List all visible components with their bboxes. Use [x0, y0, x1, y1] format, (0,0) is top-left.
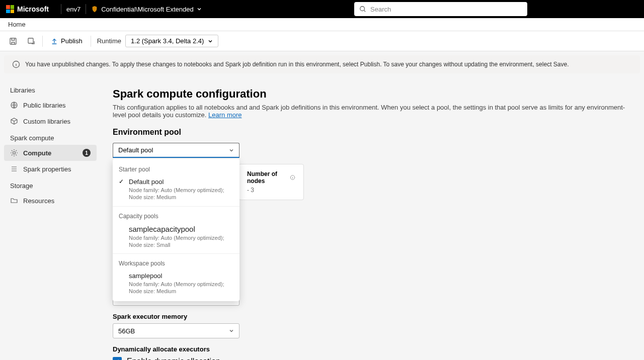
environment-name[interactable]: env7: [66, 6, 80, 13]
dynamic-alloc-checkbox-label: Enable dynamic allocation: [127, 357, 220, 360]
chevron-down-icon: [229, 148, 234, 153]
dropdown-option-default-pool[interactable]: Default pool Node family: Auto (Memory o…: [113, 175, 239, 204]
shield-icon: [91, 6, 98, 13]
dropdown-group-capacity: Capacity pools: [113, 209, 239, 222]
nodes-value: - 3: [247, 187, 295, 194]
save-as-icon: [27, 37, 35, 45]
info-icon: [12, 60, 20, 68]
svg-rect-2: [28, 38, 33, 43]
dropdown-separator: [113, 253, 239, 254]
save-button[interactable]: [6, 34, 20, 48]
page-title: Spark compute configuration: [113, 87, 632, 101]
globe-icon: [10, 101, 18, 109]
sidebar-item-custom-libraries[interactable]: Custom libraries: [4, 113, 97, 129]
option-name: samplepool: [129, 272, 233, 280]
option-desc: Node family: Auto (Memory optimized); No…: [129, 281, 233, 295]
option-name: Default pool: [129, 178, 233, 186]
folder-icon: [10, 197, 18, 205]
search-box[interactable]: [354, 2, 527, 16]
dynamic-alloc-label: Dynamically allocate executors: [113, 345, 632, 353]
publish-button[interactable]: Publish: [47, 35, 87, 47]
banner-text: You have unpublished changes. To apply t…: [25, 61, 569, 68]
package-icon: [10, 117, 18, 125]
environment-pool-heading: Environment pool: [113, 128, 632, 137]
publish-icon: [51, 38, 58, 45]
executor-memory-select[interactable]: 56GB: [113, 323, 239, 338]
sidebar-item-label: Spark properties: [23, 165, 71, 173]
publish-label: Publish: [61, 37, 83, 45]
nodes-title: Number of nodes: [247, 170, 287, 185]
runtime-value: 1.2 (Spark 3.4, Delta 2.4): [131, 37, 204, 45]
toolbar-separator: [91, 36, 91, 47]
svg-rect-1: [10, 38, 16, 44]
executor-memory-label: Spark executor memory: [113, 313, 632, 320]
svg-point-0: [360, 7, 365, 11]
sidebar-item-label: Public libraries: [23, 102, 66, 109]
option-name: samplecapacitypool: [129, 225, 233, 233]
search-icon: [359, 6, 366, 13]
chevron-down-icon: [208, 39, 213, 44]
gear-icon: [10, 149, 18, 157]
sensitivity-label: Confidential\Microsoft Extended: [101, 6, 194, 13]
environment-pool-select[interactable]: Default pool: [113, 143, 239, 158]
learn-more-link[interactable]: Learn more: [208, 111, 242, 119]
divider: [86, 4, 86, 14]
chevron-down-icon: [229, 328, 234, 333]
content-area: Spark compute configuration This configu…: [101, 77, 644, 360]
sidebar: Libraries Public libraries Custom librar…: [0, 77, 101, 360]
nodes-card: Number of nodes - 3: [238, 164, 304, 200]
toolbar-separator: [42, 36, 43, 47]
sidebar-item-public-libraries[interactable]: Public libraries: [4, 97, 97, 113]
dropdown-option-samplecapacitypool[interactable]: samplecapacitypool Node family: Auto (Me…: [113, 222, 239, 252]
sensitivity-dropdown[interactable]: Confidential\Microsoft Extended: [91, 6, 202, 13]
dropdown-group-workspace: Workspace pools: [113, 256, 239, 269]
search-input[interactable]: [370, 6, 522, 13]
sidebar-group-libraries: Libraries: [4, 81, 97, 97]
breadcrumb-home[interactable]: Home: [8, 21, 26, 28]
runtime-select[interactable]: 1.2 (Spark 3.4, Delta 2.4): [125, 35, 218, 47]
environment-pool-dropdown: Starter pool Default pool Node family: A…: [113, 159, 239, 301]
memory-value: 56GB: [118, 327, 135, 335]
runtime-label: Runtime: [97, 37, 121, 45]
info-icon: [290, 174, 295, 181]
option-desc: Node family: Auto (Memory optimized); No…: [129, 187, 233, 201]
dropdown-option-samplepool[interactable]: samplepool Node family: Auto (Memory opt…: [113, 269, 239, 298]
save-icon: [9, 37, 17, 45]
sidebar-group-spark-compute: Spark compute: [4, 129, 97, 145]
microsoft-icon: [6, 5, 14, 13]
sidebar-item-label: Custom libraries: [23, 118, 70, 125]
list-icon: [10, 165, 18, 173]
select-value: Default pool: [118, 146, 153, 154]
page-description: This configuration applies to all notebo…: [113, 104, 632, 119]
sidebar-item-compute[interactable]: Compute 1: [4, 145, 97, 161]
sidebar-badge: 1: [83, 149, 91, 157]
svg-point-5: [13, 152, 16, 154]
sidebar-group-storage: Storage: [4, 177, 97, 193]
save-as-button[interactable]: [24, 34, 38, 48]
sidebar-item-label: Compute: [23, 149, 51, 157]
chevron-down-icon: [197, 7, 202, 12]
option-desc: Node family: Auto (Memory optimized); No…: [129, 234, 233, 249]
toolbar: Publish Runtime 1.2 (Spark 3.4, Delta 2.…: [0, 31, 644, 51]
unpublished-changes-banner: You have unpublished changes. To apply t…: [4, 55, 640, 73]
divider: [61, 4, 61, 14]
dropdown-separator: [113, 206, 239, 207]
sidebar-item-spark-properties[interactable]: Spark properties: [4, 161, 97, 177]
top-bar: Microsoft env7 Confidential\Microsoft Ex…: [0, 0, 644, 18]
microsoft-logo[interactable]: Microsoft: [6, 5, 49, 13]
breadcrumb-bar: Home: [0, 18, 644, 31]
brand-text: Microsoft: [17, 5, 49, 13]
sidebar-item-resources[interactable]: Resources: [4, 193, 97, 209]
dropdown-group-starter: Starter pool: [113, 162, 239, 175]
sidebar-item-label: Resources: [23, 197, 54, 205]
dynamic-alloc-checkbox[interactable]: ✓: [113, 357, 122, 360]
